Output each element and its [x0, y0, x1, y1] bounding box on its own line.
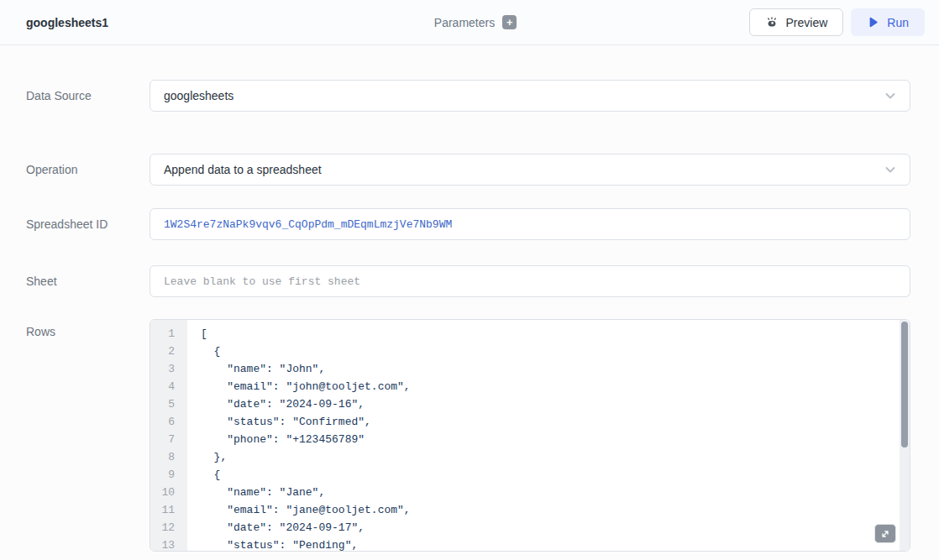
- data-source-value: googlesheets: [164, 89, 233, 102]
- line-number: 8: [150, 448, 187, 466]
- line-content: "name": "Jane",: [187, 484, 325, 501]
- code-line: 11 "email": "jane@tooljet.com",: [150, 501, 910, 519]
- line-content: [: [187, 325, 207, 343]
- sheet-row: Sheet: [26, 265, 910, 297]
- topbar-left: googlesheets1: [26, 16, 434, 29]
- code-line: 4 "email": "john@tooljet.com",: [150, 378, 910, 395]
- run-label: Run: [887, 16, 909, 29]
- code-line: 3 "name": "John",: [150, 360, 910, 378]
- rows-row: Rows 1[2 {3 "name": "John",4 "email": "j…: [26, 319, 910, 552]
- expand-icon: [880, 529, 890, 539]
- play-icon: [867, 16, 879, 29]
- line-number: 5: [150, 395, 187, 413]
- rows-code-editor[interactable]: 1[2 {3 "name": "John",4 "email": "john@t…: [150, 319, 910, 552]
- code-line: 7 "phone": "+123456789": [150, 431, 910, 448]
- preview-button[interactable]: Preview: [749, 8, 844, 36]
- line-content: "date": "2024-09-17",: [187, 519, 365, 536]
- preview-label: Preview: [786, 16, 828, 29]
- editor-scrollbar-thumb[interactable]: [901, 322, 908, 447]
- line-content: },: [187, 448, 227, 466]
- line-content: "status": "Pending",: [187, 536, 358, 552]
- spreadsheet-id-row: Spreadsheet ID: [26, 208, 910, 240]
- code-line: 2 {: [150, 343, 910, 360]
- field-label-rows: Rows: [26, 319, 150, 338]
- line-number: 1: [150, 325, 187, 343]
- spreadsheet-id-input[interactable]: [150, 208, 910, 240]
- line-number: 11: [150, 501, 187, 519]
- code-line: 6 "status": "Confirmed",: [150, 413, 910, 431]
- parameters-section: Parameters +: [434, 15, 517, 29]
- field-label-sheet: Sheet: [26, 275, 150, 288]
- code-line: 13 "status": "Pending",: [150, 536, 910, 552]
- parameters-label: Parameters: [434, 16, 495, 29]
- editor-scrollbar[interactable]: [900, 320, 910, 551]
- operation-value: Append data to a spreadsheet: [164, 163, 322, 176]
- line-content: "email": "jane@tooljet.com",: [187, 501, 411, 519]
- plus-icon: +: [506, 16, 513, 29]
- line-number: 6: [150, 413, 187, 431]
- expand-editor-button[interactable]: [874, 524, 896, 543]
- line-content: "status": "Confirmed",: [187, 413, 371, 431]
- query-editor-topbar: googlesheets1 Parameters + Preview: [0, 0, 939, 45]
- code-line: 10 "name": "Jane",: [150, 484, 910, 501]
- topbar-actions: Preview Run: [517, 8, 925, 36]
- code-lines: 1[2 {3 "name": "John",4 "email": "john@t…: [150, 320, 910, 552]
- code-line: 9 {: [150, 466, 910, 484]
- add-parameter-button[interactable]: +: [502, 15, 517, 29]
- chevron-down-icon: [883, 88, 898, 103]
- line-content: {: [187, 343, 220, 360]
- line-content: "name": "John",: [187, 360, 325, 378]
- code-line: 12 "date": "2024-09-17",: [150, 519, 910, 536]
- line-number: 10: [150, 484, 187, 501]
- sheet-input[interactable]: [150, 265, 910, 297]
- query-name[interactable]: googlesheets1: [26, 16, 108, 29]
- operation-select[interactable]: Append data to a spreadsheet: [150, 154, 910, 186]
- line-content: "phone": "+123456789": [187, 431, 365, 448]
- line-number: 3: [150, 360, 187, 378]
- line-number: 4: [150, 378, 187, 395]
- field-label-operation: Operation: [26, 163, 150, 176]
- chevron-down-icon: [883, 162, 898, 177]
- field-label-data-source: Data Source: [26, 89, 150, 102]
- line-content: "date": "2024-09-16",: [187, 395, 365, 413]
- line-number: 7: [150, 431, 187, 448]
- code-line: 1[: [150, 325, 910, 343]
- code-line: 5 "date": "2024-09-16",: [150, 395, 910, 413]
- data-source-select[interactable]: googlesheets: [150, 80, 910, 112]
- line-number: 2: [150, 343, 187, 360]
- line-content: "email": "john@tooljet.com",: [187, 378, 411, 395]
- line-number: 13: [150, 536, 187, 552]
- line-number: 9: [150, 466, 187, 484]
- code-line: 8 },: [150, 448, 910, 466]
- eye-icon: [765, 16, 779, 29]
- operation-row: Operation Append data to a spreadsheet: [26, 154, 910, 186]
- line-number: 12: [150, 519, 187, 536]
- run-button[interactable]: Run: [851, 8, 925, 36]
- data-source-row: Data Source googlesheets: [26, 80, 910, 112]
- line-content: {: [187, 466, 220, 484]
- field-label-spreadsheet-id: Spreadsheet ID: [26, 217, 150, 231]
- query-form: Data Source googlesheets Operation Appen…: [0, 80, 939, 552]
